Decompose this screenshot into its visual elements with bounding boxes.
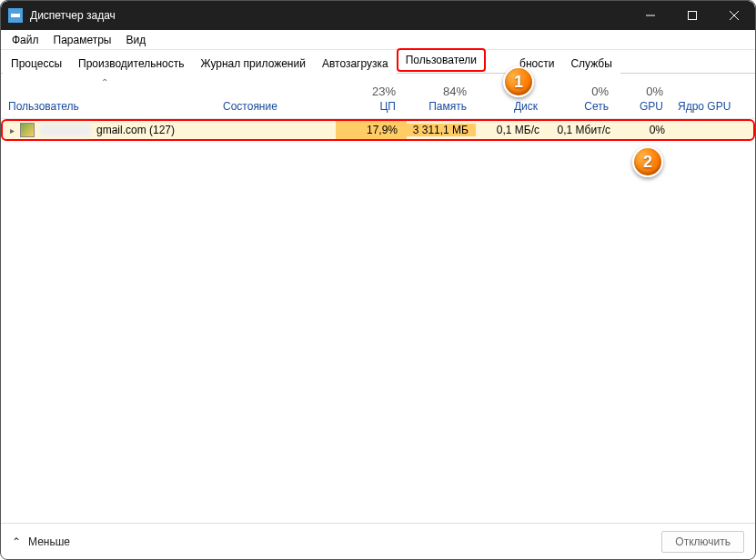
- header-gpu-core[interactable]: Ядро GPU: [670, 74, 755, 118]
- tab-services[interactable]: Службы: [562, 53, 620, 74]
- tab-users[interactable]: Пользователи: [397, 48, 486, 72]
- annotation-badge-1: 1: [503, 66, 534, 97]
- titlebar: Диспетчер задач: [1, 1, 755, 30]
- header-network[interactable]: 0%Сеть: [545, 74, 616, 118]
- tabs: Процессы Производительность Журнал прило…: [1, 50, 755, 74]
- cell-memory: 3 311,1 МБ: [405, 124, 476, 136]
- cell-disk: 0,1 МБ/с: [476, 124, 547, 136]
- app-icon: [8, 8, 23, 23]
- minimize-button[interactable]: [630, 1, 671, 30]
- header-state[interactable]: Состояние: [216, 74, 334, 118]
- column-headers: ⌃ Пользователь Состояние 23%ЦП 84%Память…: [1, 74, 755, 119]
- user-avatar-icon: [20, 123, 35, 137]
- footer: ⌃ Меньше Отключить: [1, 523, 755, 559]
- svg-rect-1: [689, 12, 697, 20]
- header-cpu[interactable]: 23%ЦП: [334, 74, 403, 118]
- menu-view[interactable]: Вид: [118, 32, 153, 48]
- tab-app-history[interactable]: Журнал приложений: [193, 53, 314, 74]
- fewer-details-link[interactable]: ⌃ Меньше: [12, 535, 70, 548]
- user-row[interactable]: ▸ gmail.com (127) 17,9% 3 311,1 МБ 0,1 М…: [1, 119, 755, 141]
- window-controls: [630, 1, 755, 30]
- menu-options[interactable]: Параметры: [46, 32, 119, 48]
- tab-processes[interactable]: Процессы: [3, 53, 70, 74]
- close-button[interactable]: [713, 1, 755, 30]
- tab-performance[interactable]: Производительность: [70, 53, 192, 74]
- table-area: ⌃ Пользователь Состояние 23%ЦП 84%Память…: [1, 74, 755, 141]
- header-gpu[interactable]: 0%GPU: [616, 74, 670, 118]
- disconnect-button[interactable]: Отключить: [661, 531, 744, 553]
- cell-network: 0,1 Мбит/с: [547, 124, 618, 136]
- tab-startup[interactable]: Автозагрузка: [314, 53, 397, 74]
- user-suffix: gmail.com (127): [96, 124, 175, 136]
- annotation-badge-2: 2: [632, 146, 663, 177]
- sort-indicator-icon: ⌃: [101, 77, 108, 87]
- header-memory[interactable]: 84%Память: [403, 74, 474, 118]
- maximize-button[interactable]: [671, 1, 713, 30]
- menubar: Файл Параметры Вид: [1, 30, 755, 50]
- cell-cpu: 17,9%: [336, 124, 405, 136]
- header-user[interactable]: ⌃ Пользователь: [1, 74, 216, 118]
- chevron-up-icon: ⌃: [12, 535, 21, 548]
- username-blurred: [40, 124, 91, 136]
- cell-gpu: 0%: [618, 124, 672, 136]
- expand-chevron-icon[interactable]: ▸: [10, 125, 15, 135]
- window-title: Диспетчер задач: [30, 9, 630, 22]
- menu-file[interactable]: Файл: [5, 32, 46, 48]
- disk-pct-obscured: [534, 85, 538, 98]
- cell-user: ▸ gmail.com (127): [3, 123, 217, 137]
